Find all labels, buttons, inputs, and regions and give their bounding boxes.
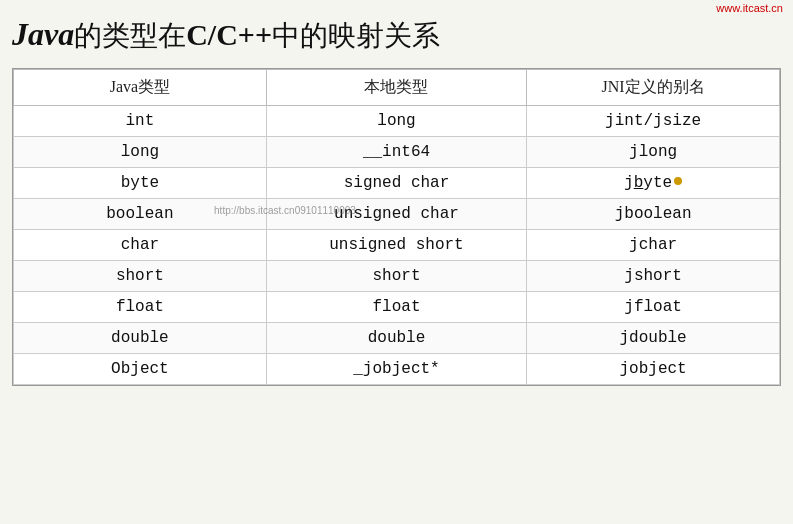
type-mapping-table: Java类型 本地类型 JNI定义的别名 intlongjint/jsizelo… (13, 69, 780, 385)
table-cell: jobject (527, 353, 780, 384)
page-title: Java的类型在C/C++中的映射关系 (12, 10, 781, 56)
header-java-type: Java类型 (14, 69, 267, 105)
watermark-mid: http://bbs.itcast.cn09101110003 (214, 205, 356, 216)
table-cell: jfloat (527, 291, 780, 322)
table-cell: jlong (527, 136, 780, 167)
table-cell: __int64 (266, 136, 526, 167)
table-row: long__int64jlong (14, 136, 780, 167)
table-row: floatfloatjfloat (14, 291, 780, 322)
table-cell: unsigned short (266, 229, 526, 260)
table-cell: jint/jsize (527, 105, 780, 136)
table-body: intlongjint/jsizelong__int64jlongbytesig… (14, 105, 780, 384)
table-cell: long (266, 105, 526, 136)
table-row: charunsigned shortjchar (14, 229, 780, 260)
type-mapping-table-wrapper: Java类型 本地类型 JNI定义的别名 intlongjint/jsizelo… (12, 68, 781, 386)
table-cell: jdouble (527, 322, 780, 353)
table-row: booleanunsigned charhttp://bbs.itcast.cn… (14, 198, 780, 229)
table-cell: jbyte (527, 167, 780, 198)
table-cell: jchar (527, 229, 780, 260)
header-jni-alias: JNI定义的别名 (527, 69, 780, 105)
table-cell: short (266, 260, 526, 291)
table-cell: jboolean (527, 198, 780, 229)
title-middle1: 的类型在 (74, 20, 186, 51)
table-row: shortshortjshort (14, 260, 780, 291)
table-cell: _jobject* (266, 353, 526, 384)
table-cell: short (14, 260, 267, 291)
table-cell: double (266, 322, 526, 353)
header-native-type: 本地类型 (266, 69, 526, 105)
table-cell: jshort (527, 260, 780, 291)
table-cell: signed char (266, 167, 526, 198)
table-row: intlongjint/jsize (14, 105, 780, 136)
title-middle2: 中的映射关系 (272, 20, 440, 51)
page-container: www.itcast.cn Java的类型在C/C++中的映射关系 Java类型… (0, 0, 793, 524)
table-row: doubledoublejdouble (14, 322, 780, 353)
table-row: bytesigned charjbyte (14, 167, 780, 198)
watermark-top: www.itcast.cn (716, 2, 783, 14)
table-cell: float (266, 291, 526, 322)
table-row: Object_jobject*jobject (14, 353, 780, 384)
table-cell: long (14, 136, 267, 167)
table-header-row: Java类型 本地类型 JNI定义的别名 (14, 69, 780, 105)
table-cell: int (14, 105, 267, 136)
title-java: Java (12, 16, 74, 52)
cursor-indicator (674, 177, 682, 185)
table-cell: float (14, 291, 267, 322)
table-cell: unsigned charhttp://bbs.itcast.cn0910111… (266, 198, 526, 229)
table-cell: byte (14, 167, 267, 198)
table-cell: char (14, 229, 267, 260)
table-cell: double (14, 322, 267, 353)
title-cpp: C/C++ (186, 18, 272, 51)
table-cell: Object (14, 353, 267, 384)
